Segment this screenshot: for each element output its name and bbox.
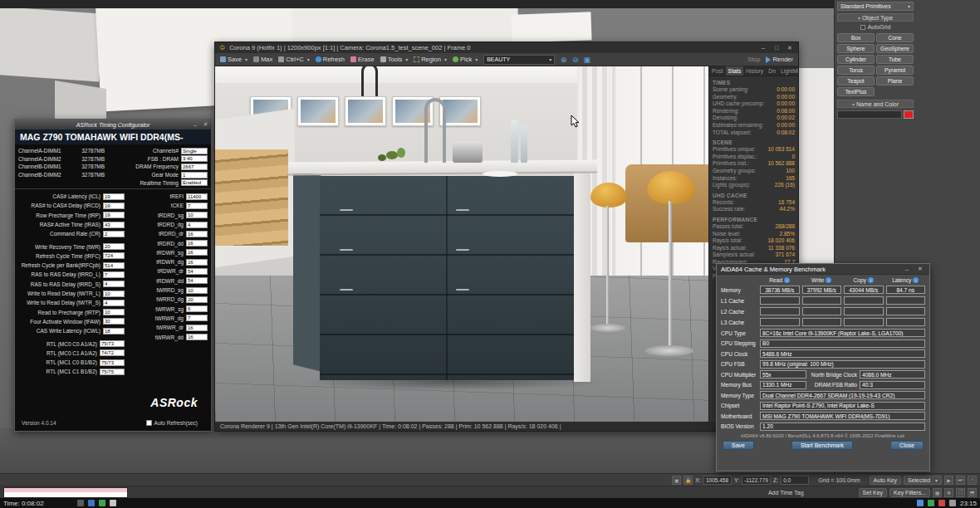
- taskbar-clock[interactable]: 23:15: [960, 500, 977, 507]
- object-color-swatch[interactable]: [904, 110, 914, 119]
- zoom-extents-icon[interactable]: ⛶: [956, 488, 965, 497]
- max-button[interactable]: Max: [251, 54, 275, 65]
- tools-button[interactable]: Tools: [378, 54, 411, 65]
- info-icon[interactable]: i: [826, 277, 831, 283]
- rtl-value[interactable]: 75/73: [100, 359, 125, 366]
- close-button[interactable]: ✕: [785, 44, 795, 52]
- primitive-button[interactable]: Cylinder: [837, 55, 875, 64]
- tray-icon[interactable]: [928, 500, 934, 506]
- tray-icon[interactable]: [938, 500, 945, 506]
- time-config-icon[interactable]: ◔: [968, 476, 977, 485]
- maxscript-mini-listener[interactable]: [3, 487, 128, 498]
- config-value[interactable]: 2667: [181, 164, 208, 170]
- render-image[interactable]: [215, 66, 708, 422]
- rollout-object-type[interactable]: Object Type: [837, 13, 914, 22]
- timing-value[interactable]: 10: [103, 309, 125, 315]
- timing-value[interactable]: 16: [186, 240, 208, 247]
- x-coordinate-input[interactable]: 1005.458: [703, 476, 732, 485]
- timing-value[interactable]: 16: [186, 259, 208, 266]
- info-icon[interactable]: i: [868, 277, 874, 283]
- timing-value[interactable]: 10: [186, 287, 208, 294]
- key-filters-button[interactable]: Key Filters...: [889, 488, 930, 497]
- auto-refresh-checkbox[interactable]: [146, 420, 152, 426]
- timing-value[interactable]: 10: [186, 212, 208, 218]
- start-benchmark-button[interactable]: Start Benchmark: [791, 441, 853, 450]
- primitive-button[interactable]: Pyramid: [876, 66, 914, 75]
- timing-value[interactable]: 18: [103, 328, 125, 335]
- timing-value[interactable]: 7: [186, 203, 208, 209]
- tab-lightmix[interactable]: LightMix: [778, 66, 798, 76]
- timing-value[interactable]: 19: [103, 193, 125, 200]
- config-value[interactable]: 1: [181, 172, 208, 178]
- rtl-value[interactable]: 75/75: [100, 369, 125, 375]
- timing-value[interactable]: 724: [103, 252, 125, 259]
- timing-value[interactable]: 16: [186, 249, 208, 256]
- timing-value[interactable]: 6: [186, 305, 208, 312]
- timing-value[interactable]: 20: [103, 243, 125, 250]
- close-button[interactable]: Close: [890, 441, 924, 450]
- timing-value[interactable]: 16: [186, 231, 208, 237]
- timing-value[interactable]: 54: [186, 277, 208, 284]
- timing-value[interactable]: 20: [186, 296, 208, 303]
- minimize-button[interactable]: –: [190, 120, 200, 129]
- minimize-button[interactable]: –: [758, 44, 768, 52]
- primitive-button[interactable]: TextPlus: [837, 87, 875, 96]
- primitive-button[interactable]: Torus: [837, 66, 875, 75]
- render-element-dropdown[interactable]: BEAUTY: [483, 55, 555, 65]
- tray-icon[interactable]: [917, 500, 924, 506]
- timing-value[interactable]: 7: [103, 271, 125, 278]
- timing-value[interactable]: 11400: [186, 193, 208, 200]
- timing-value[interactable]: 2: [103, 231, 125, 237]
- timing-value[interactable]: 7: [186, 315, 208, 321]
- rtl-value[interactable]: 74/72: [100, 349, 125, 356]
- timing-value[interactable]: 4: [103, 300, 125, 306]
- render-button[interactable]: Render: [763, 54, 796, 65]
- refresh-button[interactable]: Refresh: [313, 54, 347, 65]
- timing-value[interactable]: 19: [103, 203, 125, 209]
- info-icon[interactable]: i: [784, 277, 790, 283]
- taskbar-app-icon[interactable]: [77, 500, 84, 506]
- copy-button[interactable]: Ctrl+C: [276, 54, 311, 65]
- taskbar-app-icon[interactable]: [88, 500, 95, 506]
- pick-button[interactable]: Pick: [450, 54, 480, 65]
- primitive-button[interactable]: Tube: [876, 55, 914, 64]
- timing-value[interactable]: 4: [186, 222, 208, 228]
- minimize-button[interactable]: –: [902, 265, 912, 273]
- primitive-button[interactable]: Teapot: [837, 76, 875, 85]
- aida-titlebar[interactable]: AIDA64 Cache & Memory Benchmark – ✕: [717, 264, 929, 275]
- primitive-button[interactable]: Box: [837, 33, 875, 42]
- rtl-value[interactable]: 75/73: [100, 340, 125, 347]
- autogrid-checkbox[interactable]: [860, 25, 865, 30]
- y-coordinate-input[interactable]: -1122.779: [742, 476, 771, 485]
- config-value[interactable]: 3:40: [181, 155, 208, 162]
- corona-titlebar[interactable]: ☺ Corona 9 (Hotfix 1) | 1200x900px [1:1]…: [215, 42, 798, 53]
- primitive-button[interactable]: Sphere: [837, 44, 875, 53]
- primitive-button[interactable]: Plane: [876, 76, 914, 85]
- taskbar-app-icon[interactable]: [99, 500, 105, 506]
- add-time-tag[interactable]: Add Time Tag: [768, 490, 804, 496]
- isolate-selection-icon[interactable]: ▣: [672, 476, 681, 485]
- taskbar-app-icon[interactable]: [110, 500, 116, 506]
- tray-icon[interactable]: [949, 500, 956, 506]
- primitive-button[interactable]: Cone: [876, 33, 914, 42]
- tab-post[interactable]: Post: [709, 66, 726, 76]
- close-button[interactable]: ✕: [200, 120, 210, 129]
- tab-denoise[interactable]: Dn: [766, 66, 778, 76]
- timing-value[interactable]: 30: [103, 318, 125, 325]
- zoom-button[interactable]: ⊕: [558, 54, 569, 65]
- auto-key-button[interactable]: Auto Key: [870, 476, 901, 485]
- next-frame-icon[interactable]: ⏭: [956, 476, 965, 485]
- selection-set-dropdown[interactable]: Selected: [904, 476, 942, 485]
- pan-icon[interactable]: ✥: [944, 488, 953, 497]
- save-button[interactable]: Save: [723, 441, 754, 450]
- maximize-button[interactable]: □: [772, 44, 782, 52]
- config-value[interactable]: Enabled: [181, 179, 208, 186]
- play-icon[interactable]: ▶: [944, 476, 953, 485]
- tab-history[interactable]: History: [743, 66, 766, 76]
- primitive-category-dropdown[interactable]: Standard Primitives: [837, 2, 914, 11]
- object-name-input[interactable]: [837, 110, 902, 119]
- timing-value[interactable]: 16: [186, 334, 208, 340]
- zoom-button[interactable]: ▣: [581, 54, 592, 65]
- set-key-button[interactable]: Set Key: [859, 488, 888, 497]
- zoom-button[interactable]: ⊖: [570, 54, 581, 65]
